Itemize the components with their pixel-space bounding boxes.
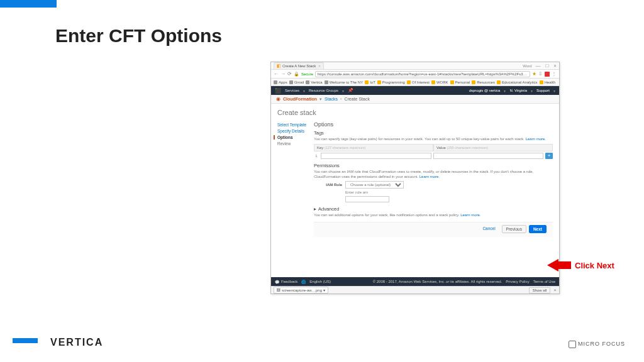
- bookmark-folder[interactable]: IoT: [365, 80, 375, 84]
- arrow-stem: [558, 261, 571, 269]
- pin-icon[interactable]: 📌: [348, 88, 353, 93]
- bm-label: Educational Analytics: [502, 80, 538, 84]
- bookmark-folder[interactable]: Of Interest: [407, 80, 430, 84]
- close-download-bar-icon[interactable]: ×: [553, 287, 557, 293]
- tag-key-input[interactable]: [321, 153, 431, 159]
- tag-value-input[interactable]: [433, 153, 544, 159]
- browser-window: ◧ Create A New Stack × Word — □ × ← → ⟳ …: [270, 62, 560, 294]
- bookmark-folder[interactable]: WORK: [431, 80, 448, 84]
- bookmark-item[interactable]: Welcome to The NY: [325, 80, 363, 84]
- bm-label: WORK: [436, 80, 448, 84]
- bookmark-folder[interactable]: Personal: [450, 80, 470, 84]
- resource-groups-menu[interactable]: Resource Groups: [309, 89, 338, 92]
- accent-top: [0, 0, 57, 8]
- tags-title: Tags: [314, 130, 553, 136]
- tags-desc-text: You can specify tags (key-value pairs) f…: [314, 137, 525, 141]
- tab-title: Create A New Stack: [282, 64, 316, 68]
- bookmark-folder[interactable]: Resources: [472, 80, 495, 84]
- support-menu[interactable]: Support: [536, 89, 550, 92]
- apps-icon: [274, 80, 277, 84]
- service-icon: ◉: [276, 96, 280, 102]
- bookmark-item[interactable]: Gmail: [289, 80, 304, 84]
- menu-kebab-icon[interactable]: ⋮: [552, 71, 557, 77]
- aws-logo-icon[interactable]: ⬛: [275, 88, 281, 94]
- step-specify-details[interactable]: Specify Details: [277, 129, 309, 133]
- feedback-icon: 💬: [275, 280, 279, 284]
- back-icon[interactable]: ←: [274, 71, 279, 77]
- service-name[interactable]: CloudFormation: [283, 97, 317, 101]
- key-header: Key (127 characters maximum): [314, 144, 433, 151]
- feedback-link[interactable]: Feedback: [281, 280, 297, 283]
- terms-link[interactable]: Terms of Use: [533, 280, 555, 283]
- learn-more-link[interactable]: Learn more.: [460, 213, 480, 217]
- bm-label: Health: [545, 80, 555, 84]
- permissions-desc: You can choose an IAM role that CloudFor…: [314, 170, 553, 180]
- square-icon: [569, 341, 576, 348]
- advanced-toggle[interactable]: ▸Advanced: [314, 206, 553, 212]
- extension-icon[interactable]: [545, 72, 550, 77]
- forward-icon[interactable]: →: [280, 71, 286, 77]
- add-tag-button[interactable]: +: [545, 153, 553, 159]
- permissions-title: Permissions: [314, 163, 553, 168]
- tab-close-icon[interactable]: ×: [318, 64, 321, 68]
- bm-label: Welcome to The NY: [330, 80, 363, 84]
- bm-label: Gmail: [294, 80, 304, 84]
- browser-tab[interactable]: ◧ Create A New Stack ×: [274, 62, 324, 69]
- step-review[interactable]: Review: [277, 141, 309, 146]
- privacy-link[interactable]: Privacy Policy: [506, 280, 529, 283]
- folder-icon: [365, 80, 369, 84]
- aws-footer: 💬 Feedback 🌐 English (US) © 2008 - 2017,…: [271, 277, 559, 286]
- chevron-down-icon: ▾: [303, 89, 305, 93]
- previous-button[interactable]: Previous: [502, 225, 526, 233]
- folder-icon: [431, 80, 435, 84]
- main-panel: Options Tags You can specify tags (key-v…: [311, 119, 559, 300]
- minimize-icon[interactable]: —: [536, 63, 541, 69]
- window-titlebar: ◧ Create A New Stack × Word — □ ×: [271, 62, 559, 70]
- chevron-down-icon: ▾: [342, 89, 344, 93]
- cancel-button[interactable]: Cancel: [479, 225, 499, 233]
- download-tray-icon[interactable]: ⇩: [538, 71, 543, 77]
- maximize-icon[interactable]: □: [546, 63, 549, 69]
- region-menu[interactable]: N. Virginia: [509, 89, 527, 92]
- iam-role-select[interactable]: Choose a role (optional): [345, 181, 404, 189]
- download-chip[interactable]: 🖼 screencapture-aw....png ▾: [274, 287, 328, 293]
- bookmark-item[interactable]: Vertica: [306, 80, 322, 84]
- vertica-logo: VERTICA: [50, 337, 103, 348]
- role-arn-input[interactable]: [345, 196, 389, 202]
- folder-icon: [450, 80, 454, 84]
- bm-label: Vertica: [311, 80, 322, 84]
- breadcrumb-stacks[interactable]: Stacks: [325, 97, 338, 101]
- bookmark-folder[interactable]: Health: [540, 80, 555, 84]
- bookmark-folder[interactable]: Educational Analytics: [497, 80, 538, 84]
- reload-icon[interactable]: ⟳: [287, 71, 292, 77]
- page-title: Create stack: [271, 104, 559, 119]
- chevron-down-icon: ▾: [531, 89, 533, 93]
- copyright: © 2008 - 2017, Amazon Web Services, Inc.…: [373, 280, 502, 283]
- show-all-button[interactable]: Show all: [529, 287, 551, 293]
- bookmark-star-icon[interactable]: ★: [532, 71, 536, 77]
- step-select-template[interactable]: Select Template: [277, 123, 309, 127]
- close-window-icon[interactable]: ×: [553, 63, 557, 69]
- iam-role-label: IAM Role: [314, 183, 345, 187]
- bookmark-item[interactable]: Apps: [274, 80, 287, 84]
- bookmark-folder[interactable]: Programming: [377, 80, 405, 84]
- next-button[interactable]: Next: [529, 225, 547, 233]
- language-selector[interactable]: English (US): [309, 280, 331, 283]
- chevron-down-icon[interactable]: ▾: [319, 97, 322, 102]
- folder-icon: [377, 80, 381, 84]
- callout: Click Next: [547, 259, 614, 272]
- chevron-down-icon[interactable]: ▾: [323, 288, 325, 292]
- aws-header: ⬛ Services ▾ Resource Groups ▾ 📌 dsprogi…: [271, 86, 559, 95]
- value-header: Value (255 characters maximum): [433, 144, 553, 151]
- breadcrumb: ◉ CloudFormation ▾ Stacks › Create Stack: [271, 95, 559, 104]
- learn-more-link[interactable]: Learn more.: [419, 175, 440, 178]
- user-menu[interactable]: dsprogis @ vertica: [469, 89, 501, 92]
- services-menu[interactable]: Services: [285, 89, 299, 92]
- download-bar: 🖼 screencapture-aw....png ▾ Show all ×: [271, 286, 559, 293]
- learn-more-link[interactable]: Learn more.: [526, 137, 546, 141]
- step-options[interactable]: Options: [274, 135, 309, 140]
- wizard-buttons: Cancel Previous Next: [314, 222, 553, 237]
- callout-text: Click Next: [575, 261, 614, 270]
- download-filename: screencapture-aw....png: [282, 288, 322, 292]
- url-field[interactable]: https://console.aws.amazon.com/cloudform…: [315, 71, 530, 77]
